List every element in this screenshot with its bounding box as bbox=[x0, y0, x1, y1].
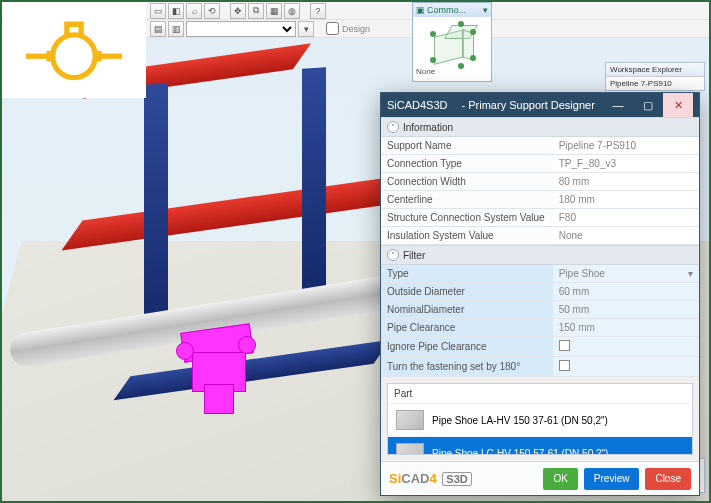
info-table: Support NamePipeline 7-PS910 Connection … bbox=[381, 137, 699, 245]
preview-button[interactable]: Preview bbox=[584, 468, 640, 490]
dialog-titlebar[interactable]: SiCAD4S3D - Primary Support Designer — ▢… bbox=[381, 93, 699, 117]
filter-type-select[interactable]: Pipe Shoe▾ bbox=[559, 268, 693, 279]
tool-btn-8[interactable]: ◍ bbox=[284, 3, 300, 19]
svg-point-0 bbox=[53, 35, 96, 78]
tool-btn-7[interactable]: ▦ bbox=[266, 3, 282, 19]
navcube-title: Commo... bbox=[427, 5, 466, 15]
tool2-btn-3[interactable]: ▾ bbox=[298, 21, 314, 37]
ignore-clearance-label: Ignore Pipe Clearance bbox=[381, 337, 553, 357]
close-button[interactable]: Close bbox=[645, 468, 691, 490]
part-thumb-icon bbox=[396, 443, 424, 455]
section-filter[interactable]: ˄ Filter bbox=[381, 245, 699, 265]
info-key: Support Name bbox=[381, 137, 553, 155]
ok-button[interactable]: OK bbox=[543, 468, 577, 490]
filter-input[interactable]: 60 mm bbox=[553, 283, 699, 301]
design-checkbox[interactable] bbox=[326, 22, 339, 35]
tool-btn-1[interactable]: ▭ bbox=[150, 3, 166, 19]
nav-cube-panel: ▣ Commo... ▾ None bbox=[412, 2, 492, 82]
dialog-app-name: SiCAD4S3D bbox=[387, 99, 448, 111]
dialog-minimize-icon[interactable]: — bbox=[603, 93, 633, 117]
dialog-close-icon[interactable]: ✕ bbox=[663, 93, 693, 117]
primary-support-designer-dialog: SiCAD4S3D - Primary Support Designer — ▢… bbox=[380, 92, 700, 496]
tool-help-icon[interactable]: ? bbox=[310, 3, 326, 19]
navcube-close-icon[interactable]: ▾ bbox=[483, 5, 488, 15]
chevron-up-icon[interactable]: ˄ bbox=[387, 121, 399, 133]
brand-logo: SiCAD4 S3D bbox=[389, 471, 472, 486]
design-label: Design bbox=[342, 24, 370, 34]
navcube-footer: None bbox=[413, 67, 491, 76]
part-label: Pipe Shoe LC-HV 150 57-61 (DN 50,2") bbox=[432, 448, 608, 456]
workspace-explorer-title: Workspace Explorer bbox=[606, 63, 704, 77]
info-val: Pipeline 7-PS910 bbox=[553, 137, 699, 155]
tool2-btn-2[interactable]: ▥ bbox=[168, 21, 184, 37]
dialog-title: - Primary Support Designer bbox=[462, 99, 595, 111]
section-information[interactable]: ˄ Information bbox=[381, 117, 699, 137]
navcube-icon: ▣ bbox=[416, 5, 425, 15]
tool-btn-3[interactable]: ⌕ bbox=[186, 3, 202, 19]
parts-header: Part bbox=[388, 384, 692, 403]
chevron-up-icon[interactable]: ˄ bbox=[387, 249, 399, 261]
ignore-clearance-checkbox[interactable] bbox=[559, 340, 570, 351]
tool-btn-2[interactable]: ◧ bbox=[168, 3, 184, 19]
filter-input[interactable]: 150 mm bbox=[553, 319, 699, 337]
part-thumb-icon bbox=[396, 410, 424, 430]
tool-btn-6[interactable]: ⧉ bbox=[248, 3, 264, 19]
app-logo bbox=[2, 2, 146, 98]
pipe-support-model bbox=[172, 318, 262, 418]
workspace-explorer-item[interactable]: Pipeline 7-PS910 bbox=[606, 77, 704, 90]
tool-btn-5[interactable]: ✥ bbox=[230, 3, 246, 19]
part-row[interactable]: Pipe Shoe LA-HV 150 37-61 (DN 50,2") bbox=[388, 403, 692, 436]
part-row[interactable]: Pipe Shoe LC-HV 150 57-61 (DN 50,2") bbox=[388, 436, 692, 455]
dialog-maximize-icon[interactable]: ▢ bbox=[633, 93, 663, 117]
design-toggle[interactable]: Design bbox=[326, 22, 370, 35]
toolbar-select[interactable] bbox=[186, 21, 296, 37]
parts-list: Part Pipe Shoe LA-HV 150 37-61 (DN 50,2"… bbox=[387, 383, 693, 455]
turn-fastening-label: Turn the fastening set by 180° bbox=[381, 357, 553, 377]
filter-input[interactable]: 50 mm bbox=[553, 301, 699, 319]
tool-btn-4[interactable]: ⟲ bbox=[204, 3, 220, 19]
part-label: Pipe Shoe LA-HV 150 37-61 (DN 50,2") bbox=[432, 415, 608, 426]
turn-fastening-checkbox[interactable] bbox=[559, 360, 570, 371]
dialog-footer: SiCAD4 S3D OK Preview Close bbox=[381, 461, 699, 495]
filter-table: Type Pipe Shoe▾ Outside Diameter60 mm No… bbox=[381, 265, 699, 377]
chevron-down-icon: ▾ bbox=[688, 268, 693, 279]
filter-type-label: Type bbox=[381, 265, 553, 283]
pipe-clamp-icon bbox=[19, 10, 129, 90]
tool2-btn-1[interactable]: ▤ bbox=[150, 21, 166, 37]
nav-cube[interactable] bbox=[430, 23, 474, 67]
workspace-explorer: Workspace Explorer Pipeline 7-PS910 bbox=[605, 62, 705, 91]
